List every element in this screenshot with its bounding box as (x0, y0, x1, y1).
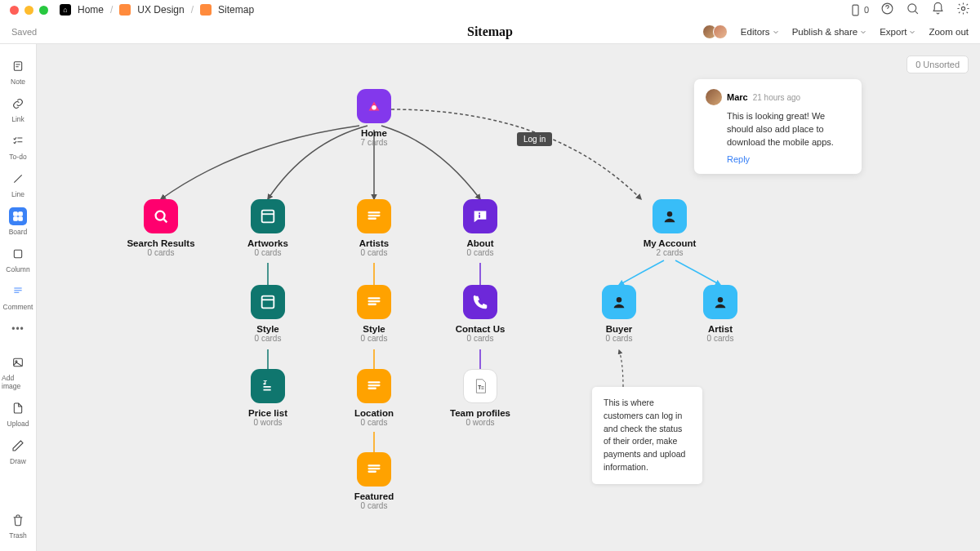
page-title: Sitemap (467, 24, 513, 39)
export-menu[interactable]: Export (880, 27, 915, 37)
canvas[interactable]: 0 Unsorted Home 7 cards (37, 44, 980, 551)
comment-card[interactable]: Marc 21 hours ago This is looking great!… (694, 79, 862, 174)
close-window[interactable] (10, 6, 19, 15)
editor-avatars[interactable] (706, 24, 728, 39)
info-chat-icon (463, 199, 497, 233)
titlebar: ⌂ Home / UX Design / Sitemap 0 (0, 0, 980, 20)
node-search[interactable]: Search Results 0 cards (124, 199, 198, 257)
tool-more[interactable]: ••• (2, 317, 34, 341)
breadcrumb-ux[interactable]: UX Design (137, 4, 184, 16)
tool-comment[interactable]: Comment (2, 279, 34, 314)
node-featured[interactable]: Featured 0 cards (337, 452, 411, 510)
svg-point-3 (961, 7, 964, 10)
svg-rect-22 (479, 212, 480, 214)
svg-rect-4 (14, 62, 21, 71)
left-toolbar: Note Link To-do Line Board Column Commen… (0, 44, 37, 551)
svg-rect-0 (853, 5, 858, 16)
unsorted-pill[interactable]: 0 Unsorted (906, 56, 969, 73)
editors-menu[interactable]: Editors (741, 27, 779, 37)
svg-point-19 (372, 105, 376, 110)
publish-menu[interactable]: Publish & share (792, 27, 867, 37)
svg-text:T≡: T≡ (478, 384, 484, 390)
tool-link[interactable]: Link (2, 91, 34, 127)
node-location[interactable]: Location 0 cards (337, 369, 411, 427)
tool-trash[interactable]: Trash (2, 508, 34, 543)
svg-point-24 (667, 211, 672, 216)
svg-point-11 (16, 361, 17, 362)
comment-reply[interactable]: Reply (727, 154, 850, 164)
node-contact[interactable]: Contact Us 0 cards (443, 285, 517, 343)
node-pricelist[interactable]: T Price list 0 words (231, 369, 305, 427)
search-icon (144, 199, 178, 233)
phone-icon (463, 285, 497, 319)
node-team[interactable]: T≡ Team profiles 0 words (443, 369, 517, 427)
text-icon (357, 199, 391, 233)
svg-text:T: T (264, 379, 268, 386)
svg-rect-21 (262, 211, 274, 223)
person-icon (602, 285, 636, 319)
breadcrumb-sitemap[interactable]: Sitemap (218, 4, 254, 16)
help-icon[interactable] (880, 2, 894, 19)
home-icon: ⌂ (60, 4, 71, 16)
node-account[interactable]: My Account 2 cards (633, 199, 706, 257)
tool-add-image[interactable]: Add image (2, 350, 34, 393)
svg-point-26 (617, 297, 621, 302)
comment-time: 21 hours ago (753, 93, 800, 102)
folder-icon (119, 4, 131, 16)
node-style1[interactable]: Style 0 cards (231, 285, 305, 343)
home-app-icon (357, 89, 391, 123)
headerbar: Saved Sitemap Editors Publish & share Ex… (0, 20, 980, 44)
node-style2[interactable]: Style 0 cards (337, 285, 411, 343)
window-icon (251, 285, 285, 319)
breadcrumb: ⌂ Home / UX Design / Sitemap (60, 4, 254, 16)
text-icon (357, 452, 391, 487)
comment-author: Marc (727, 92, 748, 102)
node-about[interactable]: About 0 cards (443, 199, 517, 257)
node-artist[interactable]: Artist 0 cards (684, 285, 757, 343)
svg-point-27 (718, 297, 723, 302)
window-icon (251, 199, 285, 233)
svg-rect-7 (14, 217, 18, 221)
svg-rect-8 (19, 217, 23, 221)
svg-point-20 (156, 211, 165, 220)
zoom-out[interactable]: Zoom out (929, 27, 969, 37)
tool-note[interactable]: Note (2, 54, 34, 89)
svg-rect-5 (14, 212, 18, 216)
tool-column[interactable]: Column (2, 242, 34, 277)
text-doc-icon: T (251, 369, 285, 403)
folder-icon (200, 4, 212, 16)
svg-rect-25 (262, 296, 274, 309)
document-icon: T≡ (463, 369, 497, 403)
minimize-window[interactable] (24, 6, 33, 15)
text-icon (357, 369, 391, 403)
window-controls[interactable] (10, 6, 48, 15)
annotation-card[interactable]: This is where customers can log in and c… (592, 387, 702, 484)
tool-upload[interactable]: Upload (2, 396, 34, 431)
avatar (706, 89, 722, 105)
svg-rect-9 (14, 250, 21, 257)
svg-point-2 (908, 3, 916, 11)
breadcrumb-home[interactable]: Home (78, 4, 104, 16)
avatar (713, 24, 728, 39)
gear-icon[interactable] (956, 2, 970, 19)
edge-label-login[interactable]: Log in (517, 132, 552, 146)
svg-rect-23 (479, 215, 480, 218)
tool-board[interactable]: Board (2, 204, 34, 239)
tool-draw[interactable]: Draw (2, 433, 34, 469)
comment-body: This is looking great! We should also ad… (727, 110, 850, 149)
tool-line[interactable]: Line (2, 167, 34, 202)
svg-rect-6 (19, 212, 23, 216)
bell-icon[interactable] (931, 2, 945, 19)
save-status: Saved (11, 27, 37, 37)
node-artworks[interactable]: Artworks 0 cards (231, 199, 305, 257)
tool-todo[interactable]: To-do (2, 129, 34, 164)
node-buyer[interactable]: Buyer 0 cards (582, 285, 656, 343)
node-artists[interactable]: Artists 0 cards (337, 199, 411, 257)
node-home[interactable]: Home 7 cards (337, 89, 411, 147)
person-icon (653, 199, 687, 233)
device-icon[interactable]: 0 (849, 3, 869, 17)
text-icon (357, 285, 391, 319)
search-icon[interactable] (906, 2, 920, 19)
person-icon (703, 285, 737, 319)
maximize-window[interactable] (39, 6, 48, 15)
